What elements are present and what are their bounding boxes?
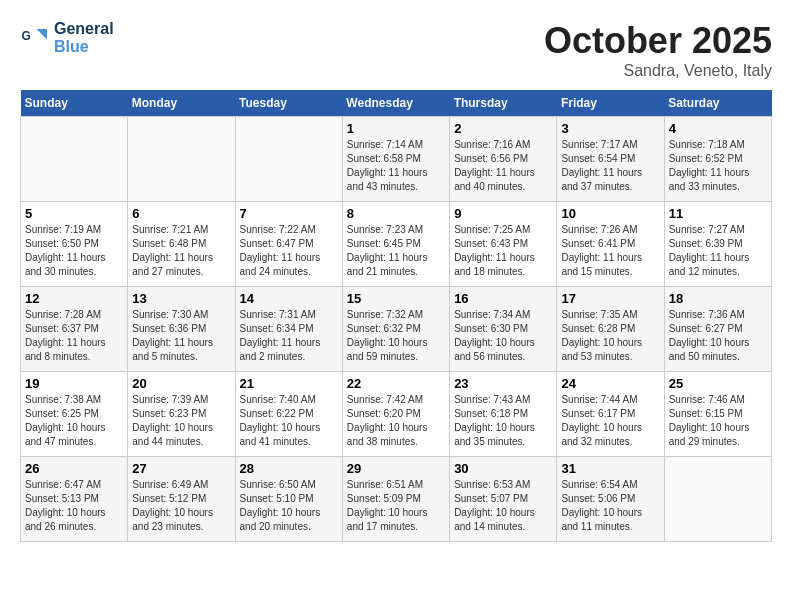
day-number: 12 — [25, 291, 123, 306]
svg-text:G: G — [22, 29, 31, 43]
day-info: Sunrise: 7:44 AM Sunset: 6:17 PM Dayligh… — [561, 393, 659, 449]
weekday-header-row: SundayMondayTuesdayWednesdayThursdayFrid… — [21, 90, 772, 117]
day-info: Sunrise: 7:35 AM Sunset: 6:28 PM Dayligh… — [561, 308, 659, 364]
calendar-cell: 26Sunrise: 6:47 AM Sunset: 5:13 PM Dayli… — [21, 457, 128, 542]
month-title: October 2025 — [544, 20, 772, 62]
week-row-2: 12Sunrise: 7:28 AM Sunset: 6:37 PM Dayli… — [21, 287, 772, 372]
calendar-cell: 4Sunrise: 7:18 AM Sunset: 6:52 PM Daylig… — [664, 117, 771, 202]
day-number: 30 — [454, 461, 552, 476]
day-info: Sunrise: 7:17 AM Sunset: 6:54 PM Dayligh… — [561, 138, 659, 194]
calendar-table: SundayMondayTuesdayWednesdayThursdayFrid… — [20, 90, 772, 542]
day-info: Sunrise: 7:19 AM Sunset: 6:50 PM Dayligh… — [25, 223, 123, 279]
page-header: G General Blue October 2025 Sandra, Vene… — [20, 20, 772, 80]
calendar-cell: 23Sunrise: 7:43 AM Sunset: 6:18 PM Dayli… — [450, 372, 557, 457]
weekday-header-friday: Friday — [557, 90, 664, 117]
day-number: 3 — [561, 121, 659, 136]
logo-line1: General — [54, 20, 114, 38]
calendar-cell: 10Sunrise: 7:26 AM Sunset: 6:41 PM Dayli… — [557, 202, 664, 287]
calendar-cell: 21Sunrise: 7:40 AM Sunset: 6:22 PM Dayli… — [235, 372, 342, 457]
weekday-header-tuesday: Tuesday — [235, 90, 342, 117]
calendar-cell: 30Sunrise: 6:53 AM Sunset: 5:07 PM Dayli… — [450, 457, 557, 542]
calendar-cell: 22Sunrise: 7:42 AM Sunset: 6:20 PM Dayli… — [342, 372, 449, 457]
calendar-cell: 18Sunrise: 7:36 AM Sunset: 6:27 PM Dayli… — [664, 287, 771, 372]
day-info: Sunrise: 7:39 AM Sunset: 6:23 PM Dayligh… — [132, 393, 230, 449]
calendar-cell: 28Sunrise: 6:50 AM Sunset: 5:10 PM Dayli… — [235, 457, 342, 542]
calendar-cell: 2Sunrise: 7:16 AM Sunset: 6:56 PM Daylig… — [450, 117, 557, 202]
weekday-header-monday: Monday — [128, 90, 235, 117]
calendar-cell: 20Sunrise: 7:39 AM Sunset: 6:23 PM Dayli… — [128, 372, 235, 457]
calendar-cell: 6Sunrise: 7:21 AM Sunset: 6:48 PM Daylig… — [128, 202, 235, 287]
day-info: Sunrise: 7:18 AM Sunset: 6:52 PM Dayligh… — [669, 138, 767, 194]
logo-icon: G — [20, 23, 50, 53]
day-info: Sunrise: 7:30 AM Sunset: 6:36 PM Dayligh… — [132, 308, 230, 364]
day-info: Sunrise: 7:36 AM Sunset: 6:27 PM Dayligh… — [669, 308, 767, 364]
day-info: Sunrise: 7:32 AM Sunset: 6:32 PM Dayligh… — [347, 308, 445, 364]
day-number: 7 — [240, 206, 338, 221]
day-number: 1 — [347, 121, 445, 136]
day-number: 8 — [347, 206, 445, 221]
day-number: 25 — [669, 376, 767, 391]
calendar-cell: 8Sunrise: 7:23 AM Sunset: 6:45 PM Daylig… — [342, 202, 449, 287]
calendar-cell: 7Sunrise: 7:22 AM Sunset: 6:47 PM Daylig… — [235, 202, 342, 287]
logo: G General Blue — [20, 20, 114, 56]
day-number: 13 — [132, 291, 230, 306]
weekday-header-sunday: Sunday — [21, 90, 128, 117]
day-info: Sunrise: 7:14 AM Sunset: 6:58 PM Dayligh… — [347, 138, 445, 194]
calendar-cell: 17Sunrise: 7:35 AM Sunset: 6:28 PM Dayli… — [557, 287, 664, 372]
day-info: Sunrise: 7:38 AM Sunset: 6:25 PM Dayligh… — [25, 393, 123, 449]
day-info: Sunrise: 7:34 AM Sunset: 6:30 PM Dayligh… — [454, 308, 552, 364]
weekday-header-thursday: Thursday — [450, 90, 557, 117]
day-number: 9 — [454, 206, 552, 221]
day-number: 15 — [347, 291, 445, 306]
location-subtitle: Sandra, Veneto, Italy — [544, 62, 772, 80]
calendar-cell: 11Sunrise: 7:27 AM Sunset: 6:39 PM Dayli… — [664, 202, 771, 287]
week-row-0: 1Sunrise: 7:14 AM Sunset: 6:58 PM Daylig… — [21, 117, 772, 202]
day-info: Sunrise: 7:23 AM Sunset: 6:45 PM Dayligh… — [347, 223, 445, 279]
day-info: Sunrise: 6:54 AM Sunset: 5:06 PM Dayligh… — [561, 478, 659, 534]
day-number: 29 — [347, 461, 445, 476]
day-info: Sunrise: 6:47 AM Sunset: 5:13 PM Dayligh… — [25, 478, 123, 534]
day-number: 11 — [669, 206, 767, 221]
week-row-3: 19Sunrise: 7:38 AM Sunset: 6:25 PM Dayli… — [21, 372, 772, 457]
day-info: Sunrise: 6:50 AM Sunset: 5:10 PM Dayligh… — [240, 478, 338, 534]
day-info: Sunrise: 7:16 AM Sunset: 6:56 PM Dayligh… — [454, 138, 552, 194]
day-info: Sunrise: 7:25 AM Sunset: 6:43 PM Dayligh… — [454, 223, 552, 279]
day-info: Sunrise: 7:26 AM Sunset: 6:41 PM Dayligh… — [561, 223, 659, 279]
weekday-header-wednesday: Wednesday — [342, 90, 449, 117]
calendar-cell — [235, 117, 342, 202]
day-number: 17 — [561, 291, 659, 306]
weekday-header-saturday: Saturday — [664, 90, 771, 117]
calendar-cell: 29Sunrise: 6:51 AM Sunset: 5:09 PM Dayli… — [342, 457, 449, 542]
calendar-cell: 24Sunrise: 7:44 AM Sunset: 6:17 PM Dayli… — [557, 372, 664, 457]
calendar-cell: 15Sunrise: 7:32 AM Sunset: 6:32 PM Dayli… — [342, 287, 449, 372]
calendar-cell: 5Sunrise: 7:19 AM Sunset: 6:50 PM Daylig… — [21, 202, 128, 287]
day-number: 31 — [561, 461, 659, 476]
day-number: 2 — [454, 121, 552, 136]
title-block: October 2025 Sandra, Veneto, Italy — [544, 20, 772, 80]
day-info: Sunrise: 7:42 AM Sunset: 6:20 PM Dayligh… — [347, 393, 445, 449]
svg-marker-1 — [37, 29, 48, 40]
day-number: 6 — [132, 206, 230, 221]
calendar-cell — [664, 457, 771, 542]
day-number: 14 — [240, 291, 338, 306]
day-info: Sunrise: 6:51 AM Sunset: 5:09 PM Dayligh… — [347, 478, 445, 534]
calendar-cell: 16Sunrise: 7:34 AM Sunset: 6:30 PM Dayli… — [450, 287, 557, 372]
day-info: Sunrise: 6:53 AM Sunset: 5:07 PM Dayligh… — [454, 478, 552, 534]
calendar-cell: 12Sunrise: 7:28 AM Sunset: 6:37 PM Dayli… — [21, 287, 128, 372]
day-number: 4 — [669, 121, 767, 136]
calendar-cell: 1Sunrise: 7:14 AM Sunset: 6:58 PM Daylig… — [342, 117, 449, 202]
day-info: Sunrise: 7:43 AM Sunset: 6:18 PM Dayligh… — [454, 393, 552, 449]
calendar-cell: 25Sunrise: 7:46 AM Sunset: 6:15 PM Dayli… — [664, 372, 771, 457]
calendar-cell: 19Sunrise: 7:38 AM Sunset: 6:25 PM Dayli… — [21, 372, 128, 457]
day-info: Sunrise: 7:22 AM Sunset: 6:47 PM Dayligh… — [240, 223, 338, 279]
calendar-cell: 9Sunrise: 7:25 AM Sunset: 6:43 PM Daylig… — [450, 202, 557, 287]
day-number: 10 — [561, 206, 659, 221]
day-info: Sunrise: 7:28 AM Sunset: 6:37 PM Dayligh… — [25, 308, 123, 364]
week-row-1: 5Sunrise: 7:19 AM Sunset: 6:50 PM Daylig… — [21, 202, 772, 287]
day-number: 20 — [132, 376, 230, 391]
day-info: Sunrise: 7:40 AM Sunset: 6:22 PM Dayligh… — [240, 393, 338, 449]
day-info: Sunrise: 6:49 AM Sunset: 5:12 PM Dayligh… — [132, 478, 230, 534]
day-info: Sunrise: 7:46 AM Sunset: 6:15 PM Dayligh… — [669, 393, 767, 449]
logo-line2: Blue — [54, 38, 114, 56]
calendar-cell: 13Sunrise: 7:30 AM Sunset: 6:36 PM Dayli… — [128, 287, 235, 372]
